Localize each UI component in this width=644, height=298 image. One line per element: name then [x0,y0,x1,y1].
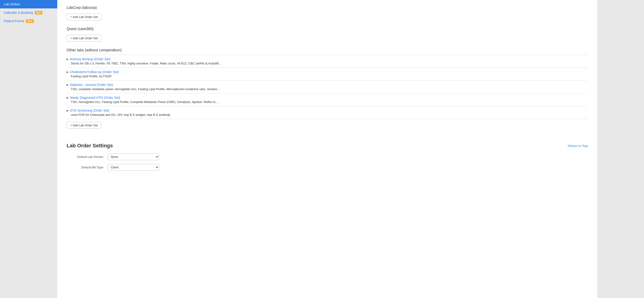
lab-settings-title: Lab Order Settings [66,143,113,149]
quest-add-lab-order-set-button[interactable]: + Add Lab Order Set [66,35,102,41]
order-set-link[interactable]: Diabetes - Annual (Order Set) [70,83,113,87]
other-labs-add-lab-order-set-button[interactable]: + Add Lab Order Set [66,122,102,129]
chevron-right-icon: ▶ [66,58,68,61]
quest-title: Quest (care360) [66,27,588,31]
new-badge: New [35,11,42,14]
sidebar-label-calendar-booking: Calendar & Booking [4,11,33,14]
default-lab-vendor-select[interactable]: NoneLabCorpQuest [108,153,159,160]
order-set-row: ▶STD Screening (Order Set)urine PCR for … [66,106,588,119]
default-bill-type-label: Default Bill Type: [66,166,104,169]
labcorp-title: LabCorp (labcorp) [66,5,588,10]
beta-badge: Beta [26,19,34,23]
sidebar-item-calendar-booking[interactable]: Calendar & Booking New [0,8,57,17]
sidebar-item-patient-forms[interactable]: Patient Forms Beta [0,17,57,25]
sidebar: Lab Orders Calendar & Booking New Patien… [0,0,57,298]
order-set-link[interactable]: Cholesterol Follow-up (Order Set) [70,70,119,74]
order-set-desc: TSH, hemoglobin A1c, Fasting Lipid Profi… [66,100,588,104]
chevron-right-icon: ▶ [66,109,68,112]
sidebar-item-lab-orders[interactable]: Lab Orders [0,0,57,8]
chevron-right-icon: ▶ [66,83,68,86]
main-content: LabCorp (labcorp) + Add Lab Order Set Qu… [57,0,597,298]
order-set-link[interactable]: Newly Diagnosed HTN (Order Set) [70,96,120,99]
other-labs-title: Other labs (without compendium) [66,48,588,55]
sidebar-label-lab-orders: Lab Orders [4,2,20,6]
lab-order-settings-section: Lab Order Settings (Return to Top) Defau… [66,143,588,171]
default-lab-vendor-row: Default Lab Vendor: NoneLabCorpQuest [66,153,588,160]
default-bill-type-select[interactable]: ClientInsurancePatient [108,164,159,171]
order-set-desc: TSH, complete metabolic panel, hemoglobi… [66,87,588,91]
right-panel [597,0,644,298]
chevron-right-icon: ▶ [66,70,68,74]
labcorp-add-lab-order-set-button[interactable]: + Add Lab Order Set [66,13,102,20]
order-set-row: ▶Newly Diagnosed HTN (Order Set)TSH, hem… [66,93,588,106]
default-bill-type-select-wrapper: ClientInsurancePatient [108,164,159,171]
default-lab-vendor-select-wrapper: NoneLabCorpQuest [108,153,159,160]
sidebar-label-patient-forms: Patient Forms [4,19,24,23]
order-set-desc: Fasting Lipid Profile, ALT/SGP [66,74,588,78]
order-set-link[interactable]: Anemia Workup (Order Set) [70,57,110,61]
order-set-row: ▶Diabetes - Annual (Order Set)TSH, compl… [66,81,588,93]
order-sets-list: ▶Anemia Workup (Order Set)Stools for OB … [66,55,588,119]
default-bill-type-row: Default Bill Type: ClientInsurancePatien… [66,164,588,171]
order-set-desc: urine PCR for Chlamydia and GC, HIV, hep… [66,113,588,117]
order-set-row: ▶Anemia Workup (Order Set)Stools for OB … [66,55,588,68]
order-set-row: ▶Cholesterol Follow-up (Order Set)Fastin… [66,68,588,81]
order-set-desc: Stools for OB x 3, Ferritin, FE TIBC, TS… [66,62,588,65]
default-lab-vendor-label: Default Lab Vendor: [66,155,104,159]
order-set-link[interactable]: STD Screening (Order Set) [70,109,109,112]
return-to-top-link[interactable]: (Return to Top) [568,144,588,148]
chevron-right-icon: ▶ [66,96,68,99]
